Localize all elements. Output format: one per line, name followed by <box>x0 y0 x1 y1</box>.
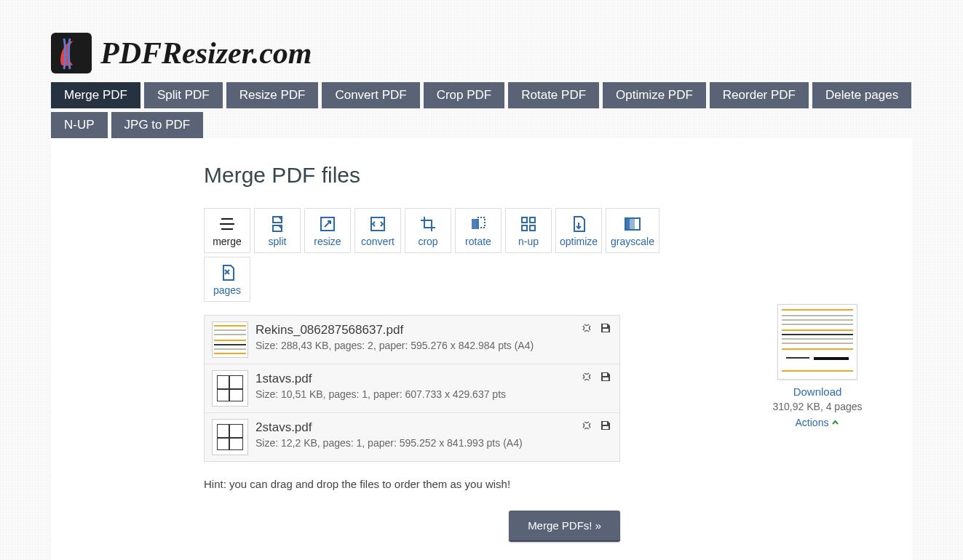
file-info: 1stavs.pdfSize: 10,51 KB, pages: 1, pape… <box>255 370 612 400</box>
main-nav: Merge PDFSplit PDFResize PDFConvert PDFC… <box>0 73 963 138</box>
file-info: 2stavs.pdfSize: 12,2 KB, pages: 1, paper… <box>255 419 612 449</box>
file-actions <box>580 321 612 335</box>
svg-rect-10 <box>530 225 535 231</box>
action-toolbar: mergesplitresizeconvertcroprotaten-upopt… <box>204 208 691 302</box>
tool-label: split <box>269 236 287 247</box>
save-file-icon[interactable] <box>599 370 612 383</box>
tool-convert[interactable]: convert <box>354 208 401 253</box>
file-meta: Size: 12,2 KB, pages: 1, paper: 595.252 … <box>255 437 612 449</box>
tool-label: rotate <box>465 236 491 247</box>
svg-rect-8 <box>530 217 535 223</box>
rotate-icon <box>469 215 488 233</box>
file-meta: Size: 288,43 KB, pages: 2, paper: 595.27… <box>255 340 612 351</box>
file-info: Rekins_086287568637.pdfSize: 288,43 KB, … <box>255 321 612 351</box>
n-up-icon <box>519 215 538 233</box>
result-panel: Download 310,92 KB, 4 pages Actions <box>766 304 868 428</box>
nav-item-delete-pages[interactable]: Delete pages <box>812 82 911 108</box>
svg-rect-16 <box>603 373 607 376</box>
file-actions <box>580 419 612 432</box>
nav-item-jpg-to-pdf[interactable]: JPG to PDF <box>111 112 204 138</box>
svg-rect-18 <box>603 422 607 425</box>
file-name: 2stavs.pdf <box>255 420 612 435</box>
tool-label: merge <box>213 236 242 247</box>
tool-pages[interactable]: pages <box>204 257 250 302</box>
tool-optimize[interactable]: optimize <box>555 208 602 253</box>
save-file-icon[interactable] <box>599 419 612 432</box>
svg-rect-13 <box>630 218 635 230</box>
brand-text: PDFResizer.com <box>100 36 312 71</box>
split-icon <box>268 215 287 233</box>
tool-label: grayscale <box>611 236 654 247</box>
tool-n-up[interactable]: n-up <box>505 208 552 253</box>
nav-item-merge-pdf[interactable]: Merge PDF <box>51 82 140 108</box>
resize-icon <box>318 215 337 233</box>
merge-icon <box>218 215 237 233</box>
svg-rect-15 <box>603 329 609 332</box>
optimize-icon <box>569 215 588 233</box>
header: PDFResizer.com <box>0 0 963 73</box>
remove-file-icon[interactable] <box>580 370 593 383</box>
nav-item-split-pdf[interactable]: Split PDF <box>144 82 223 108</box>
nav-item-reorder-pdf[interactable]: Reorder PDF <box>710 82 809 108</box>
actions-label: Actions <box>796 417 829 428</box>
tool-grayscale[interactable]: grayscale <box>606 208 659 253</box>
actions-link[interactable]: Actions <box>796 417 840 428</box>
pages-icon <box>218 263 237 282</box>
file-list: Rekins_086287568637.pdfSize: 288,43 KB, … <box>204 315 620 462</box>
nav-item-crop-pdf[interactable]: Crop PDF <box>424 82 505 108</box>
file-row[interactable]: 2stavs.pdfSize: 12,2 KB, pages: 1, paper… <box>205 413 619 461</box>
tool-label: pages <box>213 285 241 295</box>
remove-file-icon[interactable] <box>580 321 593 335</box>
file-name: Rekins_086287568637.pdf <box>255 323 612 337</box>
file-name: 1stavs.pdf <box>255 372 612 386</box>
nav-item-resize-pdf[interactable]: Resize PDF <box>226 82 319 108</box>
tool-rotate[interactable]: rotate <box>455 208 502 253</box>
file-thumbnail <box>212 370 248 407</box>
file-thumbnail <box>212 419 248 455</box>
logo-icon <box>51 33 92 73</box>
tool-label: convert <box>361 236 395 247</box>
svg-rect-7 <box>522 217 527 223</box>
nav-item-rotate-pdf[interactable]: Rotate PDF <box>508 82 599 108</box>
svg-rect-14 <box>603 324 607 327</box>
file-row[interactable]: 1stavs.pdfSize: 10,51 KB, pages: 1, pape… <box>205 364 619 413</box>
convert-icon <box>368 215 387 233</box>
tool-merge[interactable]: merge <box>204 208 250 253</box>
tool-split[interactable]: split <box>254 208 301 253</box>
tool-label: optimize <box>560 236 598 247</box>
svg-rect-19 <box>603 426 609 429</box>
svg-rect-9 <box>522 225 527 231</box>
remove-file-icon[interactable] <box>580 419 593 432</box>
nav-item-n-up[interactable]: N-UP <box>51 112 108 138</box>
tool-crop[interactable]: crop <box>405 208 451 253</box>
page-title: Merge PDF files <box>204 163 691 188</box>
tool-resize[interactable]: resize <box>304 208 351 253</box>
crop-icon <box>419 215 437 233</box>
file-row[interactable]: Rekins_086287568637.pdfSize: 288,43 KB, … <box>205 316 619 364</box>
tool-label: crop <box>418 236 437 247</box>
actions-icon <box>831 419 839 427</box>
tool-label: n-up <box>518 236 539 247</box>
result-meta: 310,92 KB, 4 pages <box>766 401 868 412</box>
tool-label: resize <box>314 236 341 247</box>
reorder-hint: Hint: you can drag and drop the files to… <box>204 478 691 490</box>
nav-item-convert-pdf[interactable]: Convert PDF <box>322 82 419 108</box>
logo[interactable]: PDFResizer.com <box>51 33 912 73</box>
file-thumbnail <box>212 321 248 358</box>
file-meta: Size: 10,51 KB, pages: 1, paper: 607.733… <box>255 388 612 400</box>
svg-rect-17 <box>603 377 609 380</box>
download-link[interactable]: Download <box>766 385 868 398</box>
nav-item-optimize-pdf[interactable]: Optimize PDF <box>603 82 706 108</box>
svg-rect-12 <box>625 218 630 230</box>
file-actions <box>580 370 612 383</box>
grayscale-icon <box>623 215 642 233</box>
result-thumbnail[interactable] <box>777 304 857 380</box>
save-file-icon[interactable] <box>599 321 612 335</box>
merge-button[interactable]: Merge PDFs! » <box>509 511 620 542</box>
